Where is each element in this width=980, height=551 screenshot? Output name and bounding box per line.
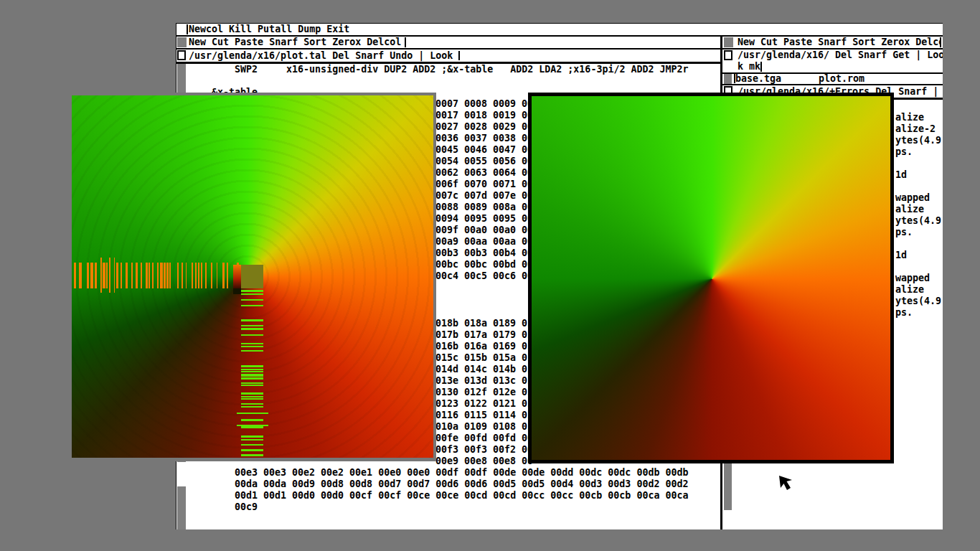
hex-row[interactable]: 00d1 00d1 00d0 00d0 00cf 00cf 00ce 00ce …	[235, 490, 688, 501]
left-column-tag[interactable]: New Cut Paste Snarf Sort Zerox Delcol	[176, 37, 720, 50]
lcol-delcol[interactable]: Delcol	[367, 37, 401, 47]
hex-row[interactable]: 00fe 00fd 00fd 00	[435, 433, 533, 444]
acme-main-menu-bar[interactable]: Newcol Kill Putall Dump Exit	[176, 24, 943, 37]
hex-row[interactable]: 00b3 00b3 00b4 00	[435, 248, 533, 259]
lcol-paste[interactable]: Paste	[235, 37, 263, 47]
plot-tag-usrglendax16plottal[interactable]: /usr/glenda/x16/plot.tal	[189, 50, 326, 61]
hex-row[interactable]: 0123 0122 0121 01	[435, 398, 533, 410]
errors-line-fragment[interactable]: ps.	[895, 307, 913, 319]
hex-row[interactable]: 00e3 00e3 00e2 00e2 00e1 00e0 00e0 00df …	[235, 467, 688, 479]
lcol-cut[interactable]: Cut	[212, 37, 229, 47]
hex-row[interactable]: 014d 014c 014b 01	[435, 364, 533, 375]
menu-exit[interactable]: Exit	[326, 24, 349, 34]
errors-line-fragment[interactable]: 1d	[895, 169, 907, 181]
hex-row[interactable]: 007c 007d 007e 00	[435, 190, 533, 202]
errors-line-fragment[interactable]: alize	[895, 284, 924, 296]
dir-file-base-tga[interactable]: base.tga	[735, 73, 781, 85]
dir-window-body[interactable]: base.tga plot.rom	[722, 74, 943, 85]
err-tag-snarf[interactable]: Snarf	[898, 86, 927, 97]
rcol-delcol[interactable]: Delcol	[915, 37, 940, 47]
menu-newcol[interactable]: Newcol	[189, 24, 223, 34]
errors-line-fragment[interactable]: ytes(4.9	[895, 135, 941, 146]
window-dirty-box[interactable]	[724, 50, 732, 60]
right-column-tag-items[interactable]: New Cut Paste Snarf Sort Zerox Delcol	[738, 37, 940, 48]
hex-row[interactable]: 00f3 00f3 00f2 00	[435, 444, 533, 456]
plot-tag-look[interactable]: Look	[430, 50, 453, 61]
dir-file-plot-rom[interactable]: plot.rom	[819, 73, 864, 85]
column-layout-box[interactable]	[177, 37, 187, 47]
rcol-snarf[interactable]: Snarf	[818, 37, 847, 47]
left-column-tag-items[interactable]: New Cut Paste Snarf Sort Zerox Delcol	[189, 37, 401, 48]
lcol-snarf[interactable]: Snarf	[269, 37, 298, 47]
dir-scrollbar[interactable]	[724, 74, 732, 84]
code-line[interactable]: SWP2 x16-unsigned-div DUP2 ADD2 ;&x-tabl…	[189, 64, 688, 75]
right-column-tag[interactable]: New Cut Paste Snarf Sort Zerox Delcol	[722, 37, 943, 50]
hex-row[interactable]: 00bc 00bc 00bd 00	[435, 259, 533, 270]
err-tag-[interactable]: |	[933, 86, 938, 97]
main-menu-items[interactable]: Newcol Kill Putall Dump Exit	[189, 24, 349, 35]
hex-row[interactable]: 018b 018a 0189 01	[435, 318, 533, 329]
menu-putall[interactable]: Putall	[258, 24, 292, 34]
hex-row[interactable]: 009f 00a0 00a0 00	[435, 225, 533, 236]
errors-scrollbar-thumb[interactable]	[724, 510, 732, 529]
errors-line-fragment[interactable]: 1d	[895, 250, 907, 261]
errors-line-fragment[interactable]: ytes(4.9	[895, 296, 941, 307]
hex-row[interactable]: 0017 0018 0019 00	[435, 110, 533, 121]
errors-line-fragment[interactable]: wapped	[895, 273, 930, 284]
hex-row[interactable]: 0094 0095 0095 00	[435, 213, 533, 225]
hex-row[interactable]: 00a9 00aa 00aa 00	[435, 236, 533, 248]
hex-row[interactable]: 00da 00da 00d9 00d8 00d8 00d7 00d7 00d6 …	[235, 479, 688, 490]
rcol-cut[interactable]: Cut	[760, 37, 778, 47]
plot-tag-snarf[interactable]: Snarf	[355, 50, 384, 61]
hex-row[interactable]: 00e9 00e8 00e8 00	[435, 456, 533, 467]
column-layout-box[interactable]	[724, 37, 733, 47]
rcol-zerox[interactable]: Zerox	[881, 37, 910, 47]
hex-row[interactable]: 010a 0109 0108 01	[435, 421, 533, 433]
glitch-image-window[interactable]	[69, 93, 436, 461]
menu-kill[interactable]: Kill	[229, 24, 252, 34]
plot-window-tag-text[interactable]: /usr/glenda/x16/plot.tal Del Snarf Undo …	[189, 50, 453, 61]
clean-image-window[interactable]	[528, 93, 894, 463]
menu-dump[interactable]: Dump	[298, 24, 321, 34]
hex-row[interactable]: 0045 0046 0047 00	[435, 144, 533, 156]
hex-row[interactable]: 017b 017a 0179 01	[435, 329, 533, 341]
plot-scrollbar-thumb[interactable]	[177, 462, 186, 486]
hex-row[interactable]: 015c 015b 015a 01	[435, 352, 533, 364]
hex-row[interactable]: 0007 0008 0009 00	[435, 98, 533, 110]
hex-row[interactable]: 016b 016a 0169 01	[435, 341, 533, 352]
glitch-stripe	[241, 392, 263, 395]
errors-line-fragment[interactable]: ps.	[895, 227, 913, 238]
hex-row[interactable]: 0027 0028 0029 00	[435, 121, 533, 133]
plot-tag-[interactable]: |	[418, 50, 424, 61]
errors-line-fragment[interactable]: alize	[895, 112, 924, 123]
rcol-new[interactable]: New	[738, 37, 755, 47]
errors-line-fragment[interactable]: wapped	[895, 192, 930, 204]
lcol-new[interactable]: New	[189, 37, 206, 47]
hex-row[interactable]: 0036 0037 0038 00	[435, 133, 533, 144]
rcol-paste[interactable]: Paste	[783, 37, 812, 47]
lcol-sort[interactable]: Sort	[303, 37, 326, 47]
dir-window-tag-text[interactable]: /usr/glenda/x16/ Del Snarf Get | Look mk	[738, 50, 943, 72]
hex-row[interactable]: 0116 0115 0114 01	[435, 410, 533, 421]
hex-row[interactable]: 0130 012f 012e 01	[435, 387, 533, 398]
hex-row[interactable]: 0054 0055 0056 00	[435, 156, 533, 167]
errors-line-fragment[interactable]: alize-2	[895, 123, 936, 135]
plot-tag-del[interactable]: Del	[332, 50, 349, 61]
hex-row[interactable]: 0088 0089 008a 00	[435, 202, 533, 213]
window-dirty-box[interactable]	[177, 50, 186, 60]
dir-window-tag[interactable]: /usr/glenda/x16/ Del Snarf Get | Look mk	[722, 50, 943, 74]
lcol-zerox[interactable]: Zerox	[332, 37, 361, 47]
hex-row[interactable]: 006f 0070 0071 00	[435, 179, 533, 190]
hex-row[interactable]: 00c4 00c5 00c6 00	[435, 270, 533, 282]
errors-line-fragment[interactable]: alize	[895, 204, 924, 215]
hex-row[interactable]: 0062 0063 0064 00	[435, 167, 533, 179]
plot-tag-undo[interactable]: Undo	[390, 50, 413, 61]
glitch-stripe	[237, 413, 268, 414]
hex-row[interactable]: 00c9	[235, 501, 258, 513]
glitch-stripe	[241, 365, 263, 367]
hex-row[interactable]: 013e 013d 013c 01	[435, 375, 533, 387]
plot-window-tag[interactable]: /usr/glenda/x16/plot.tal Del Snarf Undo …	[176, 50, 720, 64]
rcol-sort[interactable]: Sort	[852, 37, 875, 47]
errors-line-fragment[interactable]: ytes(4.9	[895, 215, 941, 227]
errors-line-fragment[interactable]: ps.	[895, 146, 913, 158]
